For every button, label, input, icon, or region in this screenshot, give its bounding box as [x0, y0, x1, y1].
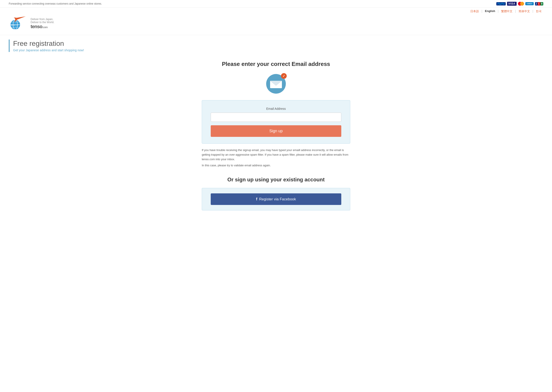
logo-text: Deliver from Japan, Deliver to the World…	[31, 18, 54, 29]
envelope-icon	[270, 79, 282, 88]
alt-section-heading: Or sign up using your existing account	[202, 177, 350, 183]
language-nav: 日本語 | English | 繁體中文 | 简体中文 | 한국	[0, 8, 552, 14]
facebook-box: f Register via Facebook	[202, 188, 350, 210]
lang-japanese[interactable]: 日本語	[469, 9, 481, 13]
logo-area: tenso .com Deliver from Japan, Deliver t…	[9, 16, 54, 31]
logo-deliver-line2: Deliver to the World.	[31, 21, 54, 24]
svg-marker-5	[15, 16, 26, 20]
email-form-box: Email Address Sign up	[202, 100, 350, 144]
svg-text:.com: .com	[16, 24, 18, 26]
top-bar: Forwarding service connecting overseas c…	[0, 0, 552, 8]
info-paragraph-2: In this case, please try to validate ema…	[202, 163, 350, 168]
email-input[interactable]	[211, 113, 341, 122]
facebook-register-button[interactable]: f Register via Facebook	[211, 193, 341, 205]
jcb-icon: JCB	[535, 2, 543, 6]
email-section-heading: Please enter your correct Email address	[202, 61, 350, 67]
lang-korean[interactable]: 한국	[534, 9, 543, 13]
email-label: Email Address	[211, 107, 341, 111]
email-circle-icon: ✓	[266, 74, 286, 94]
paypal-icon: PayPal	[496, 2, 506, 6]
logo-deliver-line1: Deliver from Japan,	[31, 18, 54, 21]
amex-icon: AMEX	[525, 2, 534, 5]
header: tenso .com Deliver from Japan, Deliver t…	[0, 14, 552, 35]
facebook-icon: f	[256, 197, 257, 202]
mastercard-icon	[518, 2, 524, 6]
payment-icons: PayPal VISA AMEX JCB	[496, 2, 543, 6]
facebook-button-label: Register via Facebook	[259, 197, 296, 202]
tagline: Forwarding service connecting overseas c…	[9, 2, 102, 5]
check-badge-icon: ✓	[281, 73, 287, 79]
lang-traditional-chinese[interactable]: 繁體中文	[499, 9, 514, 13]
tenso-logo-icon: tenso .com	[9, 16, 28, 31]
page-title: Free registration	[13, 40, 543, 48]
logo-name: tenso.com	[31, 24, 54, 29]
signup-button[interactable]: Sign up	[211, 125, 341, 137]
page-header: Free registration Get your Japanese addr…	[9, 40, 543, 52]
visa-icon: VISA	[507, 2, 517, 6]
lang-simplified-chinese[interactable]: 简体中文	[517, 9, 532, 13]
page-subtitle: Get your Japanese address and start shop…	[13, 49, 543, 52]
email-icon-wrap: ✓	[202, 74, 350, 94]
svg-text:tenso: tenso	[11, 24, 15, 26]
lang-english[interactable]: English	[483, 9, 497, 13]
info-paragraph-1: If you have trouble receiving the signup…	[202, 148, 350, 161]
main-content: Please enter your correct Email address …	[193, 56, 359, 215]
